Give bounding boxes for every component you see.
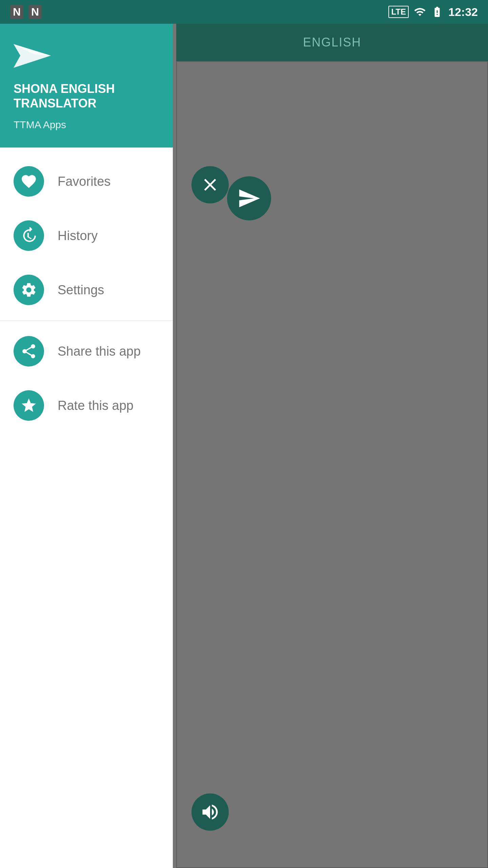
share-icon-circle (14, 336, 44, 367)
close-button[interactable] (191, 166, 229, 203)
speaker-button[interactable] (191, 793, 229, 831)
favorites-icon-circle (14, 166, 44, 197)
status-bar: N N LTE 12:32 (0, 0, 488, 24)
star-icon (20, 397, 37, 414)
status-time: 12:32 (448, 5, 478, 19)
share-icon (20, 343, 37, 360)
menu-item-rate[interactable]: Rate this app (0, 378, 173, 433)
gear-icon (20, 281, 37, 298)
menu-item-settings[interactable]: Settings (0, 263, 173, 317)
drawer-divider (0, 320, 173, 321)
menu-item-share[interactable]: Share this app (0, 324, 173, 378)
app-title: SHONA ENGLISH TRANSLATOR (14, 81, 159, 111)
english-tab-label: ENGLISH (303, 35, 361, 50)
history-label: History (58, 229, 98, 243)
favorites-label: Favorites (58, 174, 110, 189)
send-button[interactable] (227, 176, 271, 220)
notification-icon-n2: N (28, 5, 42, 19)
navigation-drawer: SHONA ENGLISH TRANSLATOR TTMA Apps Favor… (0, 24, 173, 868)
status-bar-right: LTE 12:32 (388, 5, 478, 19)
menu-item-history[interactable]: History (0, 209, 173, 263)
svg-marker-0 (14, 44, 51, 68)
app-logo (14, 41, 54, 71)
rate-label: Rate this app (58, 398, 134, 413)
app-subtitle: TTMA Apps (14, 119, 159, 131)
share-label: Share this app (58, 344, 141, 359)
rate-icon-circle (14, 390, 44, 421)
notification-icon-n1: N (10, 5, 23, 19)
heart-icon (20, 173, 37, 190)
status-bar-left: N N (10, 5, 42, 19)
battery-icon (431, 6, 443, 18)
clock-icon (20, 227, 37, 244)
settings-label: Settings (58, 283, 104, 297)
drawer-header: SHONA ENGLISH TRANSLATOR TTMA Apps (0, 24, 173, 147)
lte-indicator: LTE (388, 6, 409, 18)
history-icon-circle (14, 220, 44, 251)
settings-icon-circle (14, 275, 44, 305)
tab-bar[interactable]: ENGLISH (176, 24, 488, 61)
menu-item-favorites[interactable]: Favorites (0, 154, 173, 209)
signal-icon (414, 6, 426, 18)
drawer-menu: Favorites History Settings (0, 147, 173, 868)
